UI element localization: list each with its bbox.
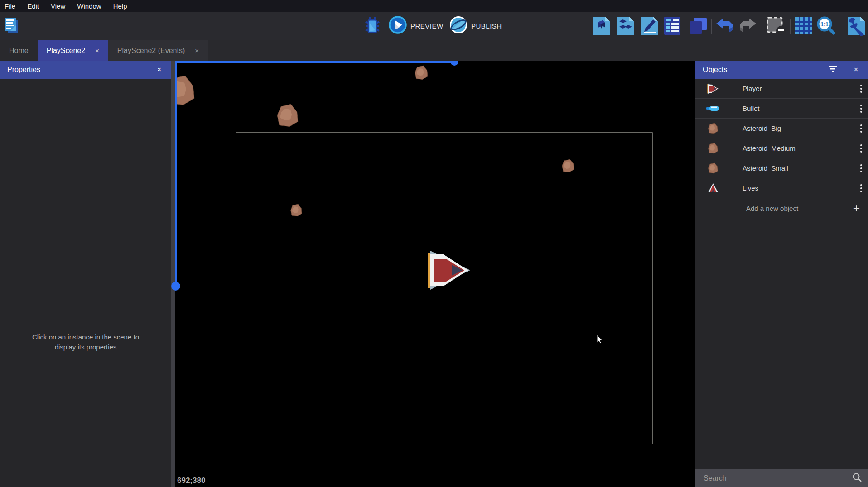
object-menu-icon[interactable]	[854, 83, 868, 94]
tab-playscene2-events[interactable]: PlayScene2 (Events) ×	[108, 40, 208, 61]
publish-globe-icon	[449, 16, 468, 36]
properties-hint: Click on an instance in the scene to dis…	[13, 332, 159, 352]
objects-panel: Objects × PlayerBulletAsteroid_BigAstero…	[695, 61, 868, 487]
menu-help[interactable]: Help	[113, 2, 127, 10]
menu-bar: File Edit View Window Help	[0, 0, 868, 12]
object-menu-icon[interactable]	[854, 103, 868, 114]
scene-vscrollbar-handle[interactable]	[171, 282, 180, 291]
open-properties-icon[interactable]	[640, 15, 659, 36]
publish-button[interactable]: PUBLISH	[449, 17, 522, 35]
asteroid-instance[interactable]	[291, 204, 302, 216]
tab-playscene2[interactable]: PlayScene2 ×	[38, 40, 108, 61]
object-menu-icon[interactable]	[854, 163, 868, 174]
add-object-label: Add a new object	[746, 205, 853, 212]
main-toolbar: PREVIEW PUBLISH	[0, 12, 868, 40]
grid-icon[interactable]	[794, 16, 814, 36]
scene-hscrollbar[interactable]	[175, 61, 454, 63]
bullet-icon	[705, 105, 721, 111]
gdevelop-window: File Edit View Window Help	[0, 0, 868, 487]
redo-icon[interactable]	[738, 17, 758, 35]
scene-canvas[interactable]: 692;380	[175, 61, 695, 487]
open-objects-editor-icon[interactable]	[592, 15, 611, 36]
asteroid-icon	[705, 162, 721, 174]
object-row-bullet[interactable]: Bullet	[695, 99, 868, 119]
player-instance[interactable]	[428, 251, 470, 290]
mouse-cursor-icon	[597, 335, 603, 344]
object-name: Player	[743, 85, 854, 92]
close-icon[interactable]: ×	[851, 65, 861, 75]
asteroid-instance[interactable]	[175, 76, 194, 105]
debug-icon[interactable]	[363, 16, 381, 36]
tab-home-label: Home	[9, 47, 29, 55]
object-name: Asteroid_Small	[743, 164, 854, 172]
tab-bar: Home PlayScene2 × PlayScene2 (Events) ×	[0, 40, 868, 61]
asteroid-icon	[705, 143, 721, 154]
cursor-coordinates: 692;380	[177, 476, 205, 485]
project-manager-icon[interactable]	[3, 17, 19, 35]
search-input[interactable]	[704, 474, 852, 482]
object-row-lives[interactable]: Lives	[695, 178, 868, 198]
objects-title: Objects	[703, 66, 826, 74]
filter-icon[interactable]	[826, 65, 839, 75]
object-row-asteroid_big[interactable]: Asteroid_Big	[695, 119, 868, 138]
object-name: Asteroid_Medium	[743, 144, 854, 152]
object-name: Lives	[743, 184, 854, 192]
menu-file[interactable]: File	[5, 2, 15, 10]
object-menu-icon[interactable]	[854, 123, 868, 134]
publish-label: PUBLISH	[471, 22, 502, 30]
zoom-1-1-icon[interactable]: 1:1	[815, 15, 836, 36]
add-icon[interactable]: +	[853, 201, 860, 215]
play-icon	[389, 16, 407, 36]
open-layers-icon[interactable]	[663, 15, 682, 36]
object-row-asteroid_medium[interactable]: Asteroid_Medium	[695, 138, 868, 158]
clear-selection-icon[interactable]	[766, 16, 786, 36]
properties-panel: Properties × Click on an instance in the…	[0, 61, 171, 487]
asteroid-instance[interactable]	[415, 66, 428, 79]
scene-vscrollbar[interactable]	[175, 61, 177, 286]
instances-list-icon[interactable]	[687, 15, 708, 36]
game-window-frame	[236, 133, 652, 444]
tab-playscene2-label: PlayScene2	[47, 47, 85, 55]
object-menu-icon[interactable]	[854, 143, 868, 154]
object-name: Asteroid_Big	[743, 124, 854, 132]
tab-home[interactable]: Home	[0, 40, 38, 61]
search-bar	[695, 469, 868, 487]
svg-text:1:1: 1:1	[820, 21, 829, 28]
close-icon[interactable]: ×	[154, 65, 164, 75]
properties-header: Properties ×	[0, 61, 171, 79]
lives-ship-icon	[705, 183, 721, 194]
player-ship-icon	[705, 83, 721, 94]
objects-list: PlayerBulletAsteroid_BigAsteroid_MediumA…	[695, 79, 868, 198]
undo-icon[interactable]	[715, 17, 734, 35]
add-object-row[interactable]: Add a new object +	[695, 198, 868, 218]
object-name: Bullet	[743, 105, 854, 112]
panel-resize-handle[interactable]	[171, 61, 175, 487]
object-row-asteroid_small[interactable]: Asteroid_Small	[695, 158, 868, 178]
preview-label: PREVIEW	[410, 22, 444, 30]
menu-edit[interactable]: Edit	[27, 2, 39, 10]
menu-view[interactable]: View	[51, 2, 65, 10]
tab-close-icon[interactable]: ×	[95, 47, 99, 54]
properties-title: Properties	[7, 66, 154, 74]
search-icon	[852, 473, 862, 484]
object-row-player[interactable]: Player	[695, 79, 868, 99]
asteroid-icon	[705, 123, 721, 134]
object-menu-icon[interactable]	[854, 183, 868, 194]
asteroid-instance[interactable]	[277, 104, 298, 126]
tab-close-icon[interactable]: ×	[195, 47, 199, 54]
objects-header: Objects ×	[695, 61, 868, 79]
menu-window[interactable]: Window	[77, 2, 101, 10]
tab-playscene2-events-label: PlayScene2 (Events)	[117, 47, 185, 55]
asteroid-instance[interactable]	[562, 159, 574, 172]
project-settings-icon[interactable]	[845, 15, 866, 36]
open-instances-editor-icon[interactable]	[616, 15, 635, 36]
